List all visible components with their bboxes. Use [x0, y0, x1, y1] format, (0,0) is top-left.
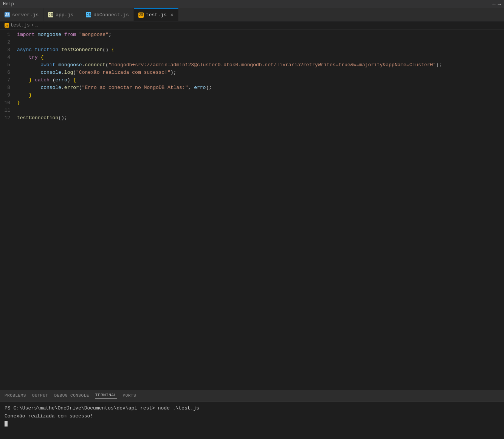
- tab-label-db: dbConnect.js: [93, 12, 129, 18]
- tab-icon-app: JS: [48, 12, 53, 17]
- breadcrumb-file: test.js: [11, 23, 29, 28]
- panel-tab-output[interactable]: OUTPUT: [32, 393, 48, 399]
- breadcrumb-separator: ›: [31, 23, 34, 28]
- panel: PROBLEMS OUTPUT DEBUG CONSOLE TERMINAL P…: [0, 390, 504, 439]
- line-numbers: 1 2 3 4 5 6 7 8 9 10 11 12: [0, 31, 17, 390]
- terminal-content[interactable]: PS C:\Users\mathe\OneDrive\Documentos\de…: [0, 402, 504, 439]
- code-line-3: async function testConnection() {: [17, 46, 504, 54]
- breadcrumb-file-icon: JS: [5, 23, 9, 28]
- code-line-5: await mongoose.connect("mongodb+srv://ad…: [17, 61, 504, 69]
- tab-label-app: app.js: [56, 12, 73, 18]
- terminal-prompt: PS C:\Users\mathe\OneDrive\Documentos\de…: [5, 405, 499, 413]
- nav-back[interactable]: ←: [492, 1, 495, 7]
- breadcrumb-rest: …: [36, 23, 38, 28]
- tab-dbconnect[interactable]: JS dbConnect.js: [81, 8, 134, 21]
- nav-controls: ← →: [492, 1, 501, 7]
- tab-server[interactable]: JS server.js: [0, 8, 43, 21]
- code-line-8: console.error("Erro ao conectar no Mongo…: [17, 84, 504, 92]
- tab-bar: JS server.js JS app.js JS dbConnect.js J…: [0, 8, 504, 22]
- tab-icon-test: JS: [138, 12, 144, 18]
- tab-app[interactable]: JS app.js: [43, 8, 81, 21]
- nav-forward[interactable]: →: [498, 1, 501, 7]
- tab-icon-server: JS: [5, 12, 10, 17]
- code-line-10: }: [17, 99, 504, 107]
- tab-icon-db: JS: [86, 12, 91, 17]
- tab-label-server: server.js: [12, 12, 39, 18]
- code-line-1: import mongoose from "mongoose";: [17, 31, 504, 39]
- code-line-9: }: [17, 92, 504, 99]
- code-line-12: testConnection();: [17, 114, 504, 122]
- panel-tabs: PROBLEMS OUTPUT DEBUG CONSOLE TERMINAL P…: [0, 390, 504, 402]
- code-container[interactable]: 1 2 3 4 5 6 7 8 9 10 11 12 import mongoo…: [0, 30, 504, 390]
- breadcrumb: JS test.js › …: [0, 22, 504, 30]
- panel-tab-debug[interactable]: DEBUG CONSOLE: [54, 393, 89, 399]
- code-line-6: console.log("Conexão realizada com suces…: [17, 69, 504, 76]
- code-line-7: } catch (erro) {: [17, 76, 504, 84]
- help-menu[interactable]: Help: [3, 2, 14, 7]
- panel-tab-problems[interactable]: PROBLEMS: [5, 393, 26, 399]
- terminal-output: Conexão realizada com sucesso!: [5, 413, 499, 420]
- tab-test[interactable]: JS test.js ×: [134, 8, 178, 21]
- tab-label-test: test.js: [146, 12, 167, 18]
- terminal-cursor-line: [5, 420, 499, 428]
- terminal-cursor: [5, 421, 8, 427]
- panel-tab-ports[interactable]: PORTS: [123, 393, 136, 399]
- code-line-4: try {: [17, 54, 504, 61]
- code-editor[interactable]: import mongoose from "mongoose"; async f…: [17, 31, 504, 390]
- title-bar: Help ← →: [0, 0, 504, 8]
- code-line-2: [17, 39, 504, 46]
- panel-tab-terminal[interactable]: TERMINAL: [95, 393, 117, 399]
- editor-area: 1 2 3 4 5 6 7 8 9 10 11 12 import mongoo…: [0, 30, 504, 390]
- code-line-11: [17, 107, 504, 114]
- close-icon[interactable]: ×: [170, 12, 173, 18]
